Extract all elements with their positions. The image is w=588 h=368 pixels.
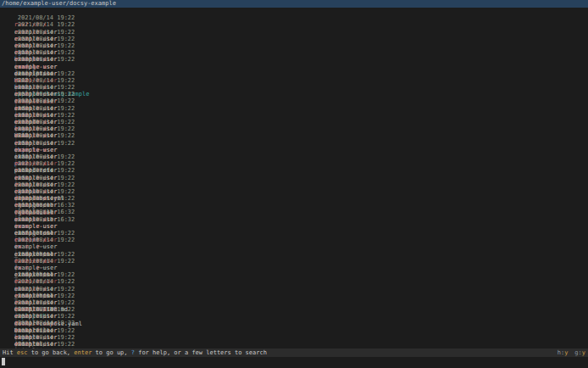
- file-date: 2021/08/14 19:22: [14, 132, 77, 139]
- tree-row[interactable]: 2021/08/14 19:22 rw-r--r-- example-user …: [0, 125, 588, 132]
- tree-row[interactable]: 2021/08/15 16:32 rw-r--r-- example-user …: [0, 209, 588, 215]
- tree-row[interactable]: 2021/08/14 19:22 rwxr-xr-x example-user …: [0, 293, 588, 299]
- file-date: 2021/08/14 19:22: [14, 258, 77, 265]
- tree-row[interactable]: 2021/08/14 19:22 rwxr-xr-x example-user …: [0, 84, 588, 91]
- file-date: 2021/08/14 19:22: [14, 334, 77, 341]
- tree-row[interactable]: 2021/08/14 19:22 rw-r--r-- example-user …: [0, 320, 588, 326]
- tree-row[interactable]: 2021/08/14 19:22 rw-r--r-- example-user …: [0, 306, 588, 313]
- file-date: 2021/08/14 19:22: [14, 188, 77, 195]
- file-date: 2021/08/14 19:22: [14, 327, 77, 334]
- file-date: 2021/08/14 19:22: [14, 271, 77, 278]
- status-bar: Hit esc to go back, enter to go up, ? fo…: [0, 348, 588, 357]
- file-date: 2021/08/14 19:22: [14, 306, 77, 313]
- tree-row[interactable]: 2021/08/14 19:22 rwxr-xr-x example-user …: [0, 14, 588, 21]
- toggle-g: g:y: [574, 349, 585, 356]
- tree-row[interactable]: 2021/08/14 19:22 rwxr-xr-x example-user …: [0, 70, 588, 77]
- file-date: 2021/08/14 19:22: [14, 70, 77, 77]
- file-date: 2021/08/14 19:22: [14, 84, 77, 91]
- tree-row[interactable]: 2021/08/14 19:22 rwxr-xr-x example-user …: [0, 341, 588, 348]
- file-date: 2021/08/14 19:22: [14, 175, 77, 181]
- tree-row[interactable]: 2021/08/14 19:22 rw-r--r-- example-user …: [0, 313, 588, 320]
- hint-text: Hit esc to go back, enter to go up, ? fo…: [3, 348, 267, 357]
- tree-row[interactable]: 2021/08/14 19:22 rw-r--r-- example-user …: [0, 21, 588, 28]
- file-date: 2021/08/14 19:22: [14, 160, 77, 167]
- tree-row[interactable]: 2021/08/14 19:22 rwxr-xr-x example-user …: [0, 181, 588, 188]
- tree-row[interactable]: 2021/08/14 19:22 rw-r--r-- example-user …: [0, 265, 588, 271]
- tree-row[interactable]: 2021/08/14 19:22 rwxr-xr-x example-user …: [0, 49, 588, 56]
- search-input[interactable]: [0, 357, 588, 368]
- file-date: 2021/08/15 16:32: [14, 202, 77, 209]
- file-date: 2021/08/14 19:22: [14, 77, 77, 84]
- file-date: 2021/08/14 19:22: [14, 237, 77, 243]
- file-date: 2021/08/14 19:22: [14, 98, 77, 104]
- file-date: 2021/08/14 19:22: [14, 112, 77, 119]
- file-date: 2021/08/14 19:22: [14, 293, 77, 299]
- tree-row[interactable]: 2021/08/14 19:22 rw-r--r-- example-user …: [0, 327, 588, 334]
- tree-row[interactable]: 2021/08/14 19:22 rwxr-xr-x example-user …: [0, 98, 588, 104]
- toggle-h: h:y: [557, 349, 569, 356]
- file-date: 2021/08/14 19:22: [14, 42, 77, 49]
- file-date: 2021/08/14 19:22: [14, 119, 77, 125]
- tree-row[interactable]: 2021/08/14 19:22 rw-r--r-- example-user …: [0, 286, 588, 293]
- tree-row[interactable]: 2021/08/14 19:22 rw-r--r-- example-user …: [0, 64, 588, 70]
- tree-row[interactable]: 2021/08/14 19:22 rw-r--r-- example-user …: [0, 29, 588, 36]
- mode-toggles: h:yg:y: [551, 348, 585, 357]
- file-date: 2021/08/14 19:22: [14, 125, 77, 132]
- tree-row[interactable]: 2021/08/14 19:22 rwxr-xr-x example-user …: [0, 132, 588, 139]
- tree-row[interactable]: 2021/08/14 19:22 rwxr-xr-x example-user …: [0, 243, 588, 250]
- file-date: 2021/08/14 19:22: [14, 251, 77, 258]
- tree-row[interactable]: 2021/08/14 19:22 rwxr-xr-x example-user …: [0, 119, 588, 125]
- tree-row[interactable]: 2021/08/15 16:32 rwxr-xr-x example-user …: [0, 202, 588, 209]
- file-date: 2021/08/14 19:22: [14, 341, 77, 348]
- tree-row[interactable]: 2021/08/14 19:22 rwxr-xr-x example-user …: [0, 42, 588, 49]
- file-date: 2021/08/14 19:22: [14, 105, 77, 112]
- file-date: 2021/08/14 19:22: [14, 29, 77, 36]
- file-date: 2021/08/14 19:22: [14, 167, 77, 174]
- root-path: /home/example-user/docsy-example: [0, 0, 588, 8]
- file-date: 2021/08/15 16:32: [14, 209, 77, 215]
- tree-row[interactable]: 2021/08/15 16:32 rwxr-xr-x example-user …: [0, 195, 588, 202]
- tree-row[interactable]: │ └── 2 unlisted: [0, 140, 588, 147]
- file-date: 2021/08/14 19:22: [14, 153, 77, 160]
- tree-row[interactable]: 2021/08/14 19:22 rw-r--r-- example-user …: [0, 160, 588, 167]
- file-date: 2021/08/14 19:22: [14, 91, 77, 98]
- tree-row[interactable]: 2021/08/14 19:22 rw-r--r-- example-user …: [0, 251, 588, 258]
- file-date: 2021/08/14 19:22: [14, 21, 77, 28]
- tree-row[interactable]: 2021/08/14 19:22 rwxr-xr-x example-user …: [0, 271, 588, 278]
- tree-row[interactable]: │ │ └── 6 unlisted: [0, 237, 588, 243]
- tree-row[interactable]: 2021/08/14 19:22 rwxr-xr-x example-user …: [0, 8, 588, 14]
- tree-row[interactable]: 2021/08/14 19:22 rw-r--r-- example-user …: [0, 36, 588, 42]
- tree-row[interactable]: 2021/08/14 19:22 rwxr-xr-x example-user …: [0, 223, 588, 230]
- file-date: 2021/08/14 19:22: [14, 278, 77, 285]
- file-date: 2021/08/14 19:22: [14, 56, 77, 63]
- tree-row[interactable]: 2021/08/14 19:22 rw-r--r-- example-user …: [0, 278, 588, 285]
- tree-row[interactable]: 2021/08/14 19:22 rw-r--r-- example-user …: [0, 153, 588, 160]
- file-date: 2021/08/15 16:32: [14, 216, 77, 223]
- tree-row[interactable]: 2021/08/14 19:22 rw-r--r-- example-user …: [0, 299, 588, 306]
- tree-row[interactable]: 2021/08/14 19:22 rwxr-xr-x example-user …: [0, 105, 588, 112]
- file-date: 2021/08/14 19:22: [14, 320, 77, 326]
- tree-row[interactable]: 2021/08/14 19:22 rw-r--r-- example-user …: [0, 77, 588, 84]
- file-date: 2021/08/14 19:22: [14, 195, 77, 202]
- tree-row[interactable]: │ └── 2 unlisted: [0, 258, 588, 265]
- tree-row[interactable]: │ │ └── 6 unlisted: [0, 216, 588, 223]
- file-date: 2021/08/14 19:22: [14, 181, 77, 188]
- tree-row[interactable]: 2021/08/14 19:22 rw-r--r-- example-user …: [0, 188, 588, 195]
- file-date: 2021/08/14 19:22: [14, 14, 77, 21]
- tree-row[interactable]: 2021/08/14 19:22 rwxr-xr-x example-user …: [0, 175, 588, 181]
- file-date: 2021/08/14 19:22: [14, 299, 77, 306]
- file-date: 2021/08/14 19:22: [14, 140, 77, 147]
- file-date: 2021/08/14 19:22: [14, 313, 77, 320]
- tree-row[interactable]: 2021/08/14 19:22 rw-r--r-- example-user …: [0, 167, 588, 174]
- text-cursor: [2, 358, 5, 365]
- tree-row[interactable]: 2021/08/14 19:22 rwxr-xr-x example-user …: [0, 112, 588, 119]
- tree-row[interactable]: 2021/08/14 19:22 rwxr-xr-x example-user …: [0, 147, 588, 153]
- file-date: 2021/08/14 19:22: [14, 36, 77, 42]
- file-date: 2021/08/14 19:22: [14, 49, 77, 56]
- file-date: 2021/08/14 19:22: [14, 286, 77, 293]
- file-date: 2021/08/14 19:22: [14, 230, 77, 237]
- tree-row[interactable]: 2021/08/14 19:22 rwxr-xr-x example-user …: [0, 334, 588, 341]
- file-tree: 2021/08/14 19:22 rwxr-xr-x example-user …: [0, 8, 588, 348]
- tree-row[interactable]: 2021/08/14 19:22 rw-r--r-- example-user …: [0, 230, 588, 237]
- tree-row[interactable]: │ │ └── 10 unlisted: [0, 56, 588, 63]
